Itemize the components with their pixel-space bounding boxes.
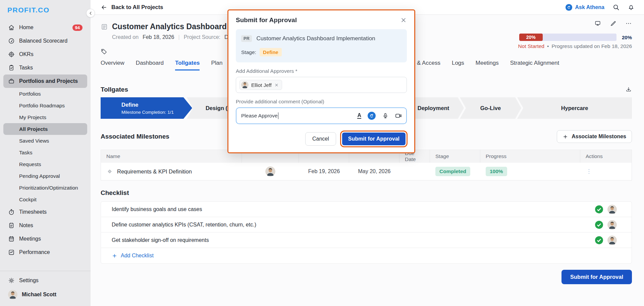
tab-plan[interactable]: Plan [211, 60, 222, 70]
tag-icon[interactable] [101, 48, 107, 55]
tab-dashboard[interactable]: Dashboard [136, 60, 164, 70]
checklist-item-label: Define customer analytics KPIs (CSAT, re… [112, 222, 256, 228]
download-icon [625, 86, 632, 93]
tollgate-stage-label: Go-Live [480, 105, 501, 111]
avatar [607, 220, 617, 230]
sidebar-item-label: Notes [19, 222, 33, 228]
sidebar-item-balanced-scorecard[interactable]: Balanced Scorecard [3, 34, 87, 48]
sidebar-item-requests[interactable]: Requests [3, 158, 87, 170]
sidebar-item-label: Performance [19, 249, 50, 255]
checklist-item[interactable]: Define customer analytics KPIs (CSAT, re… [101, 217, 632, 233]
approver-chip[interactable]: Elliot Jeff [239, 80, 282, 90]
gear-icon [8, 277, 15, 284]
tab-access[interactable]: & Access [417, 60, 440, 69]
microphone-icon[interactable] [382, 112, 389, 119]
text-caret [278, 112, 279, 119]
associate-milestones-button[interactable]: Associate Milestones [557, 130, 632, 143]
project-type-badge: PR [241, 35, 252, 42]
video-camera-icon[interactable] [395, 112, 402, 119]
checklist-item[interactable]: Identify business goals and use cases [101, 202, 632, 217]
assignee-avatar-icon [607, 205, 617, 214]
comment-input[interactable]: Please Approve A [236, 107, 407, 124]
column-header-name: Name [101, 150, 242, 163]
check-circle-icon[interactable] [595, 205, 603, 214]
row-actions-icon[interactable] [586, 168, 592, 175]
checklist-item[interactable]: Get stakeholder sign-off on requirements [101, 233, 632, 248]
sidebar-item-all-projects[interactable]: All Projects [3, 123, 87, 135]
milestone-row[interactable]: Requirements & KPI Definition Feb 19, 20… [101, 163, 632, 180]
cancel-button[interactable]: Cancel [305, 132, 336, 146]
presentation-board-icon[interactable] [594, 20, 601, 27]
user-name: Michael Scott [22, 292, 56, 298]
tollgate-stage-label: Hypercare [561, 105, 588, 111]
target-icon [8, 51, 15, 58]
add-checklist-button[interactable]: Add Checklist [101, 248, 632, 263]
chart-line-icon [8, 249, 15, 256]
milestone-diamond-icon [106, 168, 113, 175]
athena-icon[interactable] [367, 111, 376, 120]
modal-project-name: Customer Analytics Dashboard Implementat… [256, 35, 375, 42]
sidebar-item-portfolios[interactable]: Portfolios [3, 88, 87, 100]
tab-strategic-alignment[interactable]: Strategic Alignment [510, 60, 559, 69]
approvers-input[interactable]: Elliot Jeff [236, 77, 407, 93]
sidebar-item-label: Settings [19, 277, 39, 284]
tab-overview[interactable]: Overview [101, 60, 124, 70]
sidebar-item-meetings[interactable]: Meetings [3, 232, 87, 246]
progress-badge: 100% [486, 167, 507, 176]
remove-approver-button[interactable] [274, 83, 279, 87]
text-format-button[interactable]: A [357, 113, 361, 119]
comment-text: Please Approve [241, 113, 278, 119]
plus-icon [112, 253, 117, 259]
modal-close-button[interactable] [400, 17, 407, 23]
sidebar-item-cockpit[interactable]: Cockpit [3, 194, 87, 205]
submit-for-approval-modal: Submit for Approval PR Customer Analytic… [227, 9, 415, 153]
tollgate-stage-hypercare[interactable]: Hypercare [517, 97, 632, 119]
sidebar-item-settings[interactable]: Settings [3, 274, 87, 287]
progress-updated-text: Progress updated on Feb 18, 2026 [551, 43, 632, 49]
submit-for-approval-button[interactable]: Submit for Approval [561, 270, 632, 284]
back-to-all-projects-link[interactable]: Back to All Projects [101, 4, 163, 11]
milestones-table: Name Due Date Stage Progress Actions Req… [101, 150, 632, 181]
sidebar-item-portfolios-and-projects[interactable]: Portfolios and Projects [3, 74, 87, 88]
modal-submit-for-approval-button[interactable]: Submit for Approval [342, 133, 406, 145]
avatar [241, 81, 249, 89]
sidebar-item-okrs[interactable]: OKRs [3, 48, 87, 61]
tollgate-stage-sub: Milestone Completion: 1/1 [121, 110, 192, 115]
sidebar-subitem-label: My Projects [19, 114, 46, 120]
notepad-icon [8, 222, 15, 229]
sidebar-item-my-projects[interactable]: My Projects [3, 111, 87, 123]
more-options-icon[interactable] [625, 20, 632, 27]
tollgate-stage-go-live[interactable]: Go-Live [460, 97, 521, 119]
briefcase-icon [8, 78, 15, 85]
sidebar-collapse-button[interactable] [86, 9, 95, 17]
sidebar-item-performance[interactable]: Performance [3, 246, 87, 259]
checklist-item-label: Identify business goals and use cases [112, 206, 202, 212]
check-circle-icon[interactable] [595, 220, 603, 229]
sidebar-user[interactable]: Michael Scott [3, 287, 87, 302]
check-circle-icon[interactable] [595, 236, 603, 245]
sidebar-item-home[interactable]: Home 94 [3, 21, 87, 34]
sidebar-item-portfolio-roadmaps[interactable]: Portfolio Roadmaps [3, 100, 87, 111]
tab-logs[interactable]: Logs [452, 60, 464, 69]
approver-avatar-icon [241, 81, 249, 89]
bell-icon[interactable] [628, 4, 635, 11]
pencil-icon[interactable] [610, 20, 616, 27]
checklist-item-right [595, 205, 617, 214]
search-icon[interactable] [612, 4, 620, 11]
ask-athena-button[interactable]: Ask Athena [565, 4, 604, 11]
sidebar-item-timesheets[interactable]: Timesheets [3, 205, 87, 219]
sidebar-item-prioritization-optimization[interactable]: Prioritization/Optimization [3, 182, 87, 194]
tab-tollgates[interactable]: Tollgates [175, 60, 200, 70]
sidebar-item-notes[interactable]: Notes [3, 219, 87, 232]
tollgate-stage-define[interactable]: Define Milestone Completion: 1/1 [101, 97, 192, 119]
topbar-right: Ask Athena [565, 4, 635, 11]
avatar [8, 290, 17, 299]
sidebar-item-saved-views[interactable]: Saved Views [3, 135, 87, 147]
sidebar-item-pending-approval[interactable]: Pending Approval [3, 170, 87, 182]
sidebar-item-project-tasks[interactable]: Tasks [3, 147, 87, 158]
tab-meetings[interactable]: Meetings [476, 60, 499, 69]
checklist-header: Checklist [101, 189, 632, 197]
download-button[interactable] [625, 86, 632, 93]
owner-avatar-icon [265, 166, 275, 176]
sidebar-item-tasks[interactable]: Tasks [3, 61, 87, 74]
